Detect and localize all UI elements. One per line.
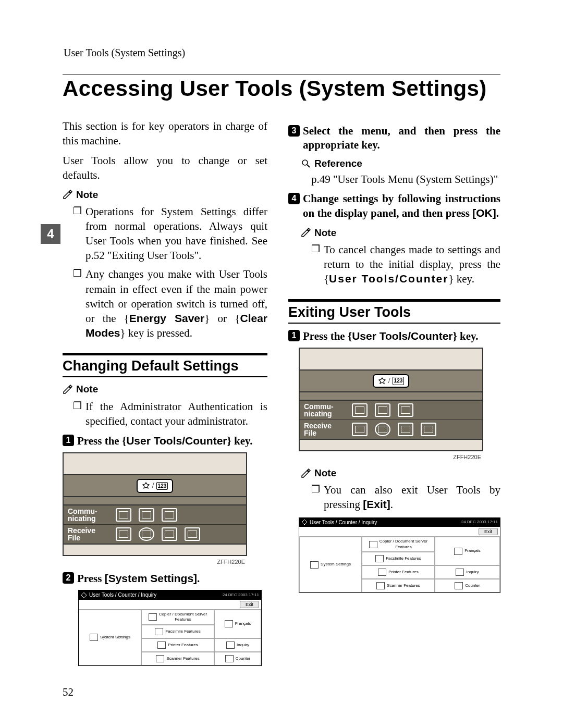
reference-heading: Reference — [301, 157, 500, 170]
panel-row-communicating: Commu- nicating — [64, 505, 246, 524]
comm-icon — [139, 508, 154, 522]
note-label: Note — [76, 188, 98, 201]
step-number-icon: 4 — [288, 193, 300, 204]
comm-icon — [162, 508, 177, 522]
note-label: Note — [76, 382, 98, 396]
gear-icon — [310, 561, 319, 569]
gear-icon — [90, 634, 98, 641]
note-list-4: You can also exit User Tools by pressing… — [288, 483, 500, 512]
step-text: Press the {User Tools/Counter} key. — [77, 434, 253, 448]
user-tools-counter-key-icon: / 123 — [373, 374, 410, 388]
file-icon — [421, 423, 436, 436]
globe-icon — [454, 548, 462, 555]
fax-features-button[interactable]: Facsimile Features — [141, 625, 214, 638]
reference-label: Reference — [314, 157, 362, 170]
note-item: You can also exit User Tools by pressing… — [311, 483, 500, 512]
panel-row-label: Commu- nicating — [68, 508, 108, 522]
comm-icon — [352, 403, 368, 417]
panel-row-receive-file: Receive File — [300, 419, 482, 439]
svg-line-1 — [307, 165, 310, 167]
lcd-screenshot: User Tools / Counter / Inquiry 24 DEC 20… — [299, 517, 500, 594]
pencil-icon — [63, 190, 73, 199]
scanner-features-button[interactable]: Scanner Features — [362, 579, 435, 593]
screen-datetime: 24 DEC 2003 17:11 — [461, 520, 498, 525]
francais-button[interactable]: Français — [214, 610, 261, 638]
panel-row-label: Receive File — [68, 527, 108, 541]
pencil-icon — [301, 228, 311, 237]
note-list-1: Operations for System Settings differ fr… — [63, 204, 267, 340]
note-heading: Note — [301, 466, 500, 479]
panel-row-receive-file: Receive File — [64, 524, 246, 544]
comm-icon — [116, 508, 131, 522]
copier-features-button[interactable]: Copier / Document Server Features — [141, 610, 214, 625]
printer-icon — [378, 569, 386, 576]
system-settings-button[interactable]: System Settings — [299, 537, 362, 593]
comm-icon — [398, 403, 413, 417]
scanner-icon — [376, 582, 385, 589]
info-icon — [456, 569, 464, 576]
screen-datetime: 24 DEC 2003 17:11 — [223, 593, 259, 598]
step-2: 2 Press [System Settings]. — [63, 571, 267, 586]
reference-text: p.49 "User Tools Menu (System Settings)" — [311, 172, 500, 187]
note-item: Any changes you make with User Tools rem… — [73, 267, 267, 340]
panel-row-communicating: Commu- nicating — [300, 401, 482, 419]
step-text: Press the {User Tools/Counter} key. — [303, 329, 479, 343]
figure-caption: ZFFH220E — [299, 453, 481, 461]
printer-icon — [157, 641, 166, 649]
content-columns: This section is for key operators in cha… — [63, 119, 500, 668]
intro-paragraph-2: User Tools allow you to change or set de… — [63, 153, 267, 182]
pencil-icon — [301, 468, 311, 478]
intro-paragraph-1: This section is for key operators in cha… — [63, 119, 267, 148]
screen-title: User Tools / Counter / Inquiry — [310, 519, 377, 526]
exit-button[interactable]: Exit — [240, 601, 259, 608]
counter-icon — [455, 582, 463, 589]
file-icon — [116, 527, 131, 541]
note-heading: Note — [301, 226, 500, 239]
fax-icon — [375, 555, 384, 562]
inquiry-button[interactable]: Inquiry — [214, 638, 261, 652]
step-number-icon: 1 — [63, 435, 74, 446]
file-icon — [139, 527, 154, 541]
system-settings-button[interactable]: System Settings — [79, 610, 141, 665]
inquiry-button[interactable]: Inquiry — [435, 565, 500, 579]
left-column: This section is for key operators in cha… — [63, 119, 267, 668]
fax-features-button[interactable]: Facsimile Features — [362, 552, 435, 565]
step-number-icon: 1 — [288, 330, 300, 341]
copier-features-button[interactable]: Copier / Document Server Features — [362, 537, 435, 552]
counter-icon — [225, 655, 234, 662]
control-panel-illustration: / 123 Commu- nicating Receive File — [299, 348, 483, 451]
note-heading: Note — [63, 382, 267, 396]
scanner-features-button[interactable]: Scanner Features — [141, 652, 214, 665]
step-4: 4 Change settings by following instructi… — [288, 192, 500, 221]
note-item-text: Operations for System Settings differ fr… — [85, 205, 267, 262]
note-heading: Note — [63, 188, 267, 201]
user-tools-counter-key-icon: / 123 — [137, 479, 174, 493]
file-icon — [185, 527, 200, 541]
step-text: Press [System Settings]. — [77, 571, 200, 586]
page-title: Accessing User Tools (System Settings) — [63, 76, 500, 101]
page: 4 User Tools (System Settings) Accessing… — [0, 0, 563, 728]
note-item: To cancel changes made to settings and r… — [311, 242, 500, 286]
magnifier-icon — [301, 158, 311, 168]
note-label: Note — [314, 226, 336, 239]
info-icon — [226, 641, 235, 649]
scanner-icon — [156, 655, 164, 662]
exit-button[interactable]: Exit — [479, 528, 498, 535]
printer-features-button[interactable]: Printer Features — [362, 565, 435, 579]
pencil-icon — [63, 385, 73, 394]
copier-icon — [369, 541, 377, 548]
francais-button[interactable]: Français — [435, 537, 500, 565]
svg-point-0 — [302, 160, 308, 165]
section-heading-changing: Changing Default Settings — [63, 353, 267, 377]
diamond-icon — [81, 592, 87, 598]
counter-button[interactable]: Counter — [214, 652, 261, 665]
note-label: Note — [314, 466, 336, 479]
step-3: 3 Select the menu, and then press the ap… — [288, 124, 500, 153]
counter-button[interactable]: Counter — [435, 579, 500, 593]
note-list-2: If the Administrator Authentication is s… — [63, 399, 267, 428]
printer-features-button[interactable]: Printer Features — [141, 638, 214, 652]
counter-123-icon: 123 — [156, 482, 168, 490]
step-text: Select the menu, and then press the appr… — [303, 124, 500, 153]
note-list-3: To cancel changes made to settings and r… — [288, 242, 500, 286]
diamond-icon — [301, 519, 308, 525]
